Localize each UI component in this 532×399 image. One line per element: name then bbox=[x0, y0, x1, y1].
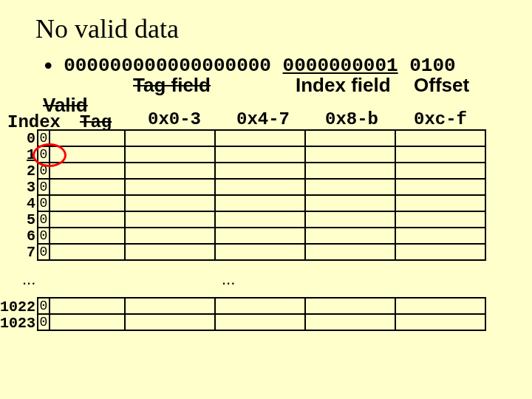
data-cell bbox=[125, 146, 215, 163]
data-cell bbox=[305, 195, 395, 211]
col-3: 0xc-f bbox=[414, 109, 467, 129]
tag-cell bbox=[50, 244, 125, 260]
col-0: 0x0-3 bbox=[148, 109, 201, 129]
data-cell bbox=[125, 163, 215, 179]
col-1: 0x4-7 bbox=[236, 109, 290, 129]
data-cell bbox=[305, 130, 395, 146]
data-cell bbox=[215, 130, 305, 146]
data-cell bbox=[215, 298, 305, 314]
data-cell bbox=[215, 179, 305, 195]
data-cell bbox=[395, 195, 485, 211]
table-row: 0 bbox=[38, 228, 485, 244]
ellipsis-mid: ... bbox=[222, 270, 235, 289]
tag-cell bbox=[50, 130, 125, 146]
data-cell bbox=[305, 179, 395, 195]
idx-0: 0 bbox=[4, 130, 35, 147]
idx-4: 4 bbox=[4, 195, 35, 212]
data-cell bbox=[125, 130, 215, 146]
data-cell bbox=[215, 146, 305, 163]
data-cell bbox=[395, 244, 485, 260]
table-row: 0 bbox=[38, 244, 485, 260]
idx-6: 6 bbox=[4, 228, 35, 245]
idx-7: 7 bbox=[4, 244, 35, 261]
tag-cell bbox=[50, 179, 125, 195]
table-row: 0 bbox=[38, 179, 485, 195]
data-cell bbox=[305, 228, 395, 244]
idx-1022: 1022 bbox=[0, 299, 35, 316]
data-cell bbox=[305, 244, 395, 260]
data-cell bbox=[305, 146, 395, 163]
valid-bit: 0 bbox=[38, 314, 50, 330]
data-cell bbox=[125, 195, 215, 211]
data-cell bbox=[215, 244, 305, 260]
tag-cell bbox=[50, 298, 125, 314]
data-cell bbox=[215, 195, 305, 211]
col-2: 0x8-b bbox=[325, 109, 378, 129]
data-cell bbox=[395, 130, 485, 146]
data-cell bbox=[125, 314, 215, 330]
cache-table-bottom: 0 0 bbox=[37, 297, 486, 331]
page-title: No valid data bbox=[35, 13, 179, 44]
data-cell bbox=[395, 179, 485, 195]
table-row: 0 bbox=[38, 298, 485, 314]
idx-1: 1 bbox=[4, 146, 35, 163]
address-bits: • 000000000000000000 0000000001 0100 bbox=[44, 53, 456, 78]
data-cell bbox=[215, 228, 305, 244]
tag-cell bbox=[50, 195, 125, 211]
table-row: 0 bbox=[38, 195, 485, 211]
data-cell bbox=[125, 211, 215, 228]
data-cell bbox=[395, 228, 485, 244]
data-cell bbox=[215, 314, 305, 330]
data-cell bbox=[125, 244, 215, 260]
data-cell bbox=[395, 163, 485, 179]
data-cell bbox=[125, 298, 215, 314]
table-row: 0 bbox=[38, 163, 485, 179]
valid-bit: 0 bbox=[38, 211, 50, 228]
data-cell bbox=[395, 211, 485, 228]
valid-bit: 0 bbox=[38, 195, 50, 211]
data-cell bbox=[305, 314, 395, 330]
tag-cell bbox=[50, 314, 125, 330]
data-cell bbox=[215, 163, 305, 179]
table-row: 0 bbox=[38, 146, 485, 163]
table-row: 0 bbox=[38, 314, 485, 330]
data-cell bbox=[305, 163, 395, 179]
valid-bit: 0 bbox=[38, 298, 50, 314]
data-cell bbox=[215, 211, 305, 228]
data-cell bbox=[125, 179, 215, 195]
table-row: 0 bbox=[38, 211, 485, 228]
valid-bit: 0 bbox=[38, 244, 50, 260]
idx-1023: 1023 bbox=[0, 315, 35, 332]
table-row: 0 bbox=[38, 130, 485, 146]
tag-field-label: Tag field bbox=[133, 74, 211, 97]
valid-bit: 0 bbox=[38, 179, 50, 195]
idx-2: 2 bbox=[4, 163, 35, 180]
data-cell bbox=[125, 228, 215, 244]
data-cell bbox=[395, 146, 485, 163]
highlight-circle-icon bbox=[33, 143, 66, 167]
offset-label: Offset bbox=[414, 74, 469, 97]
data-cell bbox=[305, 211, 395, 228]
tag-cell bbox=[50, 211, 125, 228]
idx-5: 5 bbox=[4, 211, 35, 228]
idx-3: 3 bbox=[4, 179, 35, 196]
valid-bit: 0 bbox=[38, 228, 50, 244]
ellipsis-left: ... bbox=[22, 270, 35, 289]
data-cell bbox=[395, 298, 485, 314]
tag-cell bbox=[50, 163, 125, 179]
data-cell bbox=[395, 314, 485, 330]
tag-cell bbox=[50, 228, 125, 244]
data-cell bbox=[305, 298, 395, 314]
cache-table-top: 0 0 0 0 0 0 0 0 bbox=[37, 129, 486, 261]
index-field-label: Index field bbox=[296, 74, 391, 97]
